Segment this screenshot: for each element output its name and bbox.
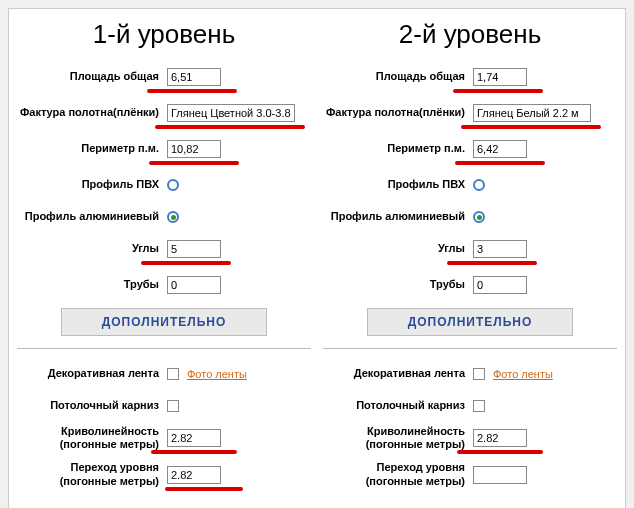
input-pipes[interactable] xyxy=(473,276,527,294)
label-profile-alu: Профиль алюминиевый xyxy=(323,210,473,223)
label-deco-tape: Декоративная лента xyxy=(17,367,167,380)
label-area-total: Площадь общая xyxy=(17,70,167,83)
label-corners: Углы xyxy=(17,242,167,255)
label-perimeter: Периметр п.м. xyxy=(17,142,167,155)
input-level-transition[interactable] xyxy=(473,466,527,484)
link-photo-tape[interactable]: Фото ленты xyxy=(493,368,553,380)
panel-title: 2-й уровень xyxy=(323,19,617,50)
label-perimeter: Периметр п.м. xyxy=(323,142,473,155)
radio-profile-alu[interactable] xyxy=(473,211,485,223)
checkbox-cornice[interactable] xyxy=(473,400,485,412)
label-profile-pvc: Профиль ПВХ xyxy=(17,178,167,191)
panel-level-2: 2-й уровень Площадь общая Фактура полотн… xyxy=(323,19,617,498)
checkbox-deco-tape[interactable] xyxy=(473,368,485,380)
input-area-total[interactable] xyxy=(473,68,527,86)
checkbox-cornice[interactable] xyxy=(167,400,179,412)
input-perimeter[interactable] xyxy=(167,140,221,158)
checkbox-deco-tape[interactable] xyxy=(167,368,179,380)
label-profile-alu: Профиль алюминиевый xyxy=(17,210,167,223)
input-curvature[interactable] xyxy=(473,429,527,447)
label-profile-pvc: Профиль ПВХ xyxy=(323,178,473,191)
label-film-texture: Фактура полотна(плёнки) xyxy=(17,106,167,119)
label-area-total: Площадь общая xyxy=(323,70,473,83)
panel-title: 1-й уровень xyxy=(17,19,311,50)
button-more[interactable]: ДОПОЛНИТЕЛЬНО xyxy=(367,308,574,336)
input-film-texture[interactable] xyxy=(473,104,591,122)
radio-profile-pvc[interactable] xyxy=(473,179,485,191)
label-corners: Углы xyxy=(323,242,473,255)
label-curvature: Криволинейность (погонные метры) xyxy=(323,425,473,451)
label-level-transition: Переход уровня (погонные метры) xyxy=(323,461,473,487)
input-curvature[interactable] xyxy=(167,429,221,447)
input-area-total[interactable] xyxy=(167,68,221,86)
divider xyxy=(17,348,311,349)
label-cornice: Потолочный карниз xyxy=(323,399,473,412)
link-photo-tape[interactable]: Фото ленты xyxy=(187,368,247,380)
label-deco-tape: Декоративная лента xyxy=(323,367,473,380)
label-curvature: Криволинейность (погонные метры) xyxy=(17,425,167,451)
form-container: 1-й уровень Площадь общая Фактура полотн… xyxy=(8,8,626,508)
label-pipes: Трубы xyxy=(17,278,167,291)
radio-profile-pvc[interactable] xyxy=(167,179,179,191)
label-pipes: Трубы xyxy=(323,278,473,291)
input-film-texture[interactable] xyxy=(167,104,295,122)
panel-level-1: 1-й уровень Площадь общая Фактура полотн… xyxy=(17,19,311,498)
input-corners[interactable] xyxy=(167,240,221,258)
input-pipes[interactable] xyxy=(167,276,221,294)
divider xyxy=(323,348,617,349)
input-perimeter[interactable] xyxy=(473,140,527,158)
button-more[interactable]: ДОПОЛНИТЕЛЬНО xyxy=(61,308,268,336)
radio-profile-alu[interactable] xyxy=(167,211,179,223)
label-level-transition: Переход уровня (погонные метры) xyxy=(17,461,167,487)
input-corners[interactable] xyxy=(473,240,527,258)
label-cornice: Потолочный карниз xyxy=(17,399,167,412)
label-film-texture: Фактура полотна(плёнки) xyxy=(323,106,473,119)
input-level-transition[interactable] xyxy=(167,466,221,484)
